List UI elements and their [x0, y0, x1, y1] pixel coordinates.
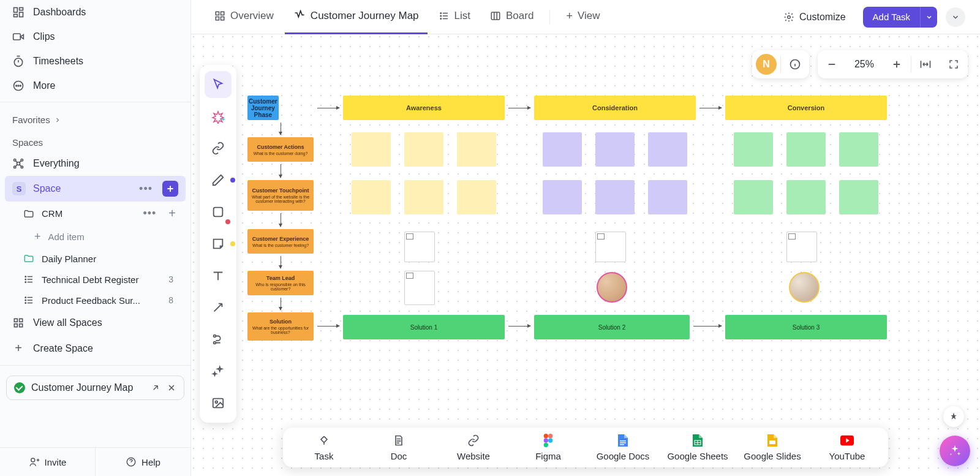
sticky[interactable] [595, 132, 635, 167]
tool-ai[interactable]: + [205, 103, 232, 130]
zoom-level[interactable]: 25% [846, 59, 883, 70]
tool-organize[interactable] [205, 326, 232, 353]
sidebar-add-item[interactable]: + Add item [5, 225, 186, 248]
connector[interactable] [508, 326, 530, 327]
sticky[interactable] [352, 132, 391, 167]
phase-consideration[interactable]: Consideration [534, 96, 696, 120]
tab-overview[interactable]: Overview [206, 0, 282, 34]
row-experience[interactable]: Customer ExperienceWhat is the customer … [247, 229, 314, 254]
sidebar-crm[interactable]: CRM ••• + [5, 202, 186, 225]
connector[interactable] [281, 256, 281, 268]
zoom-out-button[interactable] [818, 50, 846, 78]
crm-add-button[interactable]: + [166, 206, 178, 221]
sidebar-tech-debt[interactable]: Technical Debt Register 3 [5, 269, 186, 290]
dock-youtube[interactable]: YouTube [810, 434, 884, 461]
open-external-icon[interactable] [151, 383, 160, 393]
presence-avatar[interactable]: N [756, 54, 777, 75]
tool-link[interactable] [205, 135, 232, 162]
solution-1[interactable]: Solution 1 [343, 315, 505, 339]
sticky[interactable] [786, 132, 826, 167]
dock-gdocs[interactable]: Google Docs [586, 434, 660, 461]
dock-website[interactable]: Website [436, 434, 511, 461]
sidebar-view-all-spaces[interactable]: View all Spaces [5, 311, 186, 335]
sticky[interactable] [543, 132, 582, 167]
more-menu-button[interactable] [946, 7, 965, 27]
tab-board[interactable]: Board [481, 0, 542, 34]
add-task-dropdown[interactable] [920, 7, 937, 28]
sticky[interactable] [457, 180, 496, 214]
customize-button[interactable]: Customize [777, 12, 852, 23]
connector[interactable] [281, 213, 281, 227]
sidebar-dashboards[interactable]: Dashboards [5, 0, 186, 25]
invite-button[interactable]: Invite [0, 448, 95, 476]
tool-connector[interactable] [205, 294, 232, 321]
tab-add-view[interactable]: + View [557, 0, 608, 34]
sticky[interactable] [734, 132, 773, 167]
dock-gslides[interactable]: Google Slides [735, 434, 810, 461]
connector[interactable] [281, 164, 281, 178]
row-team-lead[interactable]: Team LeadWho is responsible on this cust… [247, 271, 314, 295]
open-location-pill[interactable]: Customer Journey Map [6, 376, 184, 400]
sticky[interactable] [648, 180, 687, 214]
zoom-in-button[interactable] [883, 50, 911, 78]
sidebar-create-space[interactable]: + Create Space [5, 335, 186, 361]
space-more-button[interactable]: ••• [137, 183, 155, 195]
tool-image[interactable] [205, 390, 232, 417]
sidebar-more[interactable]: More [5, 74, 186, 98]
sidebar-everything[interactable]: Everything [5, 151, 186, 176]
tab-journey-map[interactable]: Customer Journey Map [285, 0, 428, 34]
phase-header-cell[interactable]: Customer Journey Phase [247, 96, 279, 120]
row-touchpoint[interactable]: Customer TouchpointWhat part of the webs… [247, 180, 314, 211]
image-placeholder[interactable] [786, 232, 817, 262]
sticky[interactable] [457, 132, 496, 167]
crm-more-button[interactable]: ••• [140, 207, 159, 220]
tool-sticky[interactable] [205, 230, 232, 257]
sticky[interactable] [404, 180, 443, 214]
sidebar-feedback[interactable]: Product Feedback Sur... 8 [5, 290, 186, 311]
sidebar-clips[interactable]: Clips [5, 25, 186, 49]
row-solution[interactable]: SolutionWhat are the opportunities for b… [247, 312, 314, 341]
avatar[interactable] [789, 272, 820, 303]
connector[interactable] [317, 326, 339, 327]
space-add-button[interactable]: + [162, 181, 178, 197]
sticky[interactable] [786, 180, 826, 214]
fullscreen-button[interactable] [940, 50, 968, 78]
sidebar-space[interactable]: S Space ••• + [5, 176, 186, 202]
sticky[interactable] [404, 132, 443, 167]
dock-task[interactable]: Task [287, 434, 361, 461]
phase-awareness[interactable]: Awareness [343, 96, 505, 120]
image-placeholder[interactable] [404, 232, 435, 262]
sticky[interactable] [648, 132, 687, 167]
sidebar-daily-planner[interactable]: Daily Planner [5, 248, 186, 269]
tool-magic[interactable] [205, 358, 232, 385]
tool-text[interactable] [205, 262, 232, 289]
help-button[interactable]: Help [95, 448, 190, 476]
connector[interactable] [693, 326, 722, 327]
tool-pen[interactable] [205, 167, 232, 194]
connector[interactable] [317, 108, 339, 108]
dock-figma[interactable]: Figma [511, 434, 586, 461]
sticky[interactable] [595, 180, 635, 214]
phase-conversion[interactable]: Conversion [725, 96, 887, 120]
pin-dock-button[interactable] [943, 406, 964, 427]
dock-doc[interactable]: Doc [361, 434, 436, 461]
sticky[interactable] [839, 180, 878, 214]
image-placeholder[interactable] [595, 232, 626, 262]
connector[interactable] [281, 298, 281, 310]
avatar[interactable] [597, 272, 627, 303]
ai-fab[interactable] [940, 436, 970, 466]
connector[interactable] [508, 108, 530, 108]
close-icon[interactable] [167, 383, 176, 393]
sticky[interactable] [352, 180, 391, 214]
sticky[interactable] [734, 180, 773, 214]
sticky[interactable] [543, 180, 582, 214]
tool-pointer[interactable] [205, 71, 232, 98]
solution-3[interactable]: Solution 3 [725, 315, 887, 339]
sidebar-timesheets[interactable]: Timesheets [5, 49, 186, 74]
image-placeholder[interactable] [404, 271, 435, 305]
connector[interactable] [699, 108, 722, 108]
sticky[interactable] [839, 132, 878, 167]
whiteboard-canvas[interactable]: + N 25% [191, 34, 980, 476]
fit-width-button[interactable] [911, 50, 940, 78]
favorites-header[interactable]: Favorites [0, 106, 190, 129]
